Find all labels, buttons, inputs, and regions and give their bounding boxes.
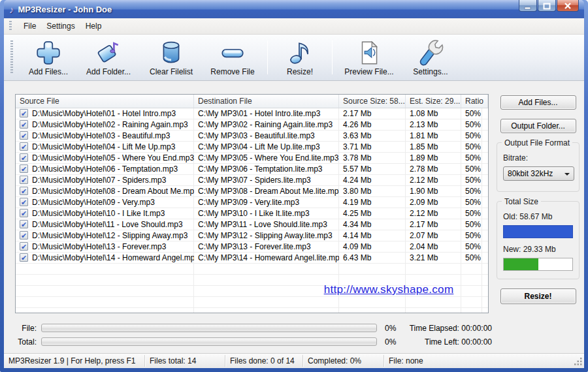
row-checkbox[interactable] bbox=[20, 242, 28, 251]
file-list-header: Source File Destination File Source Size… bbox=[16, 95, 488, 108]
row-checkbox[interactable] bbox=[20, 198, 28, 206]
toolbar-add-folder-button[interactable]: Add Folder... bbox=[77, 38, 140, 76]
menu-gripper-handle[interactable] bbox=[9, 21, 12, 31]
est-size-text: 1.08 Mb bbox=[406, 108, 461, 119]
toolbar-add-files-button[interactable]: Add Files... bbox=[20, 38, 77, 76]
est-size-text: 1.81 Mb bbox=[406, 131, 461, 142]
resize-button[interactable]: Resize! bbox=[500, 288, 576, 304]
status-current-file: File: none bbox=[384, 355, 584, 367]
menu-file[interactable]: File bbox=[18, 20, 41, 33]
table-row[interactable]: D:\Music\Moby\Hotel\13 - Forever.mp3 C:\… bbox=[16, 241, 488, 253]
est-size-text: 1.85 Mb bbox=[406, 142, 461, 153]
table-row[interactable]: D:\Music\Moby\Hotel\01 - Hotel Intro.mp3… bbox=[16, 108, 488, 119]
destination-file-text: C:\My MP3\05 - Where You End.lite.mp3 bbox=[194, 153, 339, 164]
destination-file-text: C:\My MP3\07 - Spiders.lite.mp3 bbox=[194, 175, 339, 186]
add-files-plus-icon bbox=[34, 39, 63, 67]
table-row[interactable]: D:\Music\Moby\Hotel\14 - Homeward Angel.… bbox=[16, 253, 488, 264]
ratio-text: 50% bbox=[461, 241, 488, 253]
toolbar-remove-file-button[interactable]: Remove File bbox=[203, 38, 263, 76]
settings-wrench-icon bbox=[416, 39, 445, 67]
side-panel: Add Files... Output Folder... Output Fil… bbox=[495, 81, 581, 304]
new-size-bar-track bbox=[503, 258, 573, 271]
source-file-text: D:\Music\Moby\Hotel\04 - Lift Me Up.mp3 bbox=[32, 142, 175, 151]
total-size-title: Total Size bbox=[502, 197, 541, 206]
source-size-text: 2.17 Mb bbox=[339, 108, 406, 119]
toolbar-gripper-handle[interactable] bbox=[10, 40, 13, 74]
add-folder-note-icon bbox=[94, 39, 123, 67]
ratio-text: 50% bbox=[461, 153, 488, 164]
source-size-text: 4.09 Mb bbox=[339, 241, 406, 253]
source-size-text: 3.71 Mb bbox=[339, 142, 406, 153]
row-checkbox[interactable] bbox=[20, 109, 28, 117]
source-size-text: 4.34 Mb bbox=[339, 219, 406, 230]
source-size-text: 3.63 Mb bbox=[339, 131, 406, 142]
preview-file-speaker-icon bbox=[355, 39, 384, 67]
table-row[interactable]: D:\Music\Moby\Hotel\07 - Spiders.mp3 C:\… bbox=[16, 175, 488, 186]
row-checkbox[interactable] bbox=[20, 220, 28, 228]
add-files-button[interactable]: Add Files... bbox=[500, 95, 576, 110]
row-checkbox[interactable] bbox=[20, 164, 28, 173]
table-row[interactable]: D:\Music\Moby\Hotel\08 - Dream About Me.… bbox=[16, 186, 488, 197]
destination-file-text: C:\My MP3\09 - Very.lite.mp3 bbox=[194, 197, 339, 208]
row-checkbox[interactable] bbox=[20, 176, 28, 184]
toolbar-resize-button[interactable]: Resize! bbox=[272, 38, 327, 76]
source-size-text: 4.14 Mb bbox=[339, 230, 406, 241]
row-checkbox[interactable] bbox=[20, 131, 28, 140]
resize-grip-handle[interactable] bbox=[574, 358, 583, 366]
app-note-icon: ♪ bbox=[9, 4, 14, 15]
est-size-text: 2.13 Mb bbox=[406, 119, 461, 131]
table-row[interactable]: D:\Music\Moby\Hotel\05 - Where You End.m… bbox=[16, 153, 488, 164]
toolbar-clear-filelist-button[interactable]: Clear Filelist bbox=[140, 38, 203, 76]
output-file-format-title: Output File Format bbox=[502, 138, 572, 147]
column-header-ratio[interactable]: Ratio bbox=[461, 95, 488, 108]
row-checkbox[interactable] bbox=[20, 231, 28, 240]
source-size-text: 4.24 Mb bbox=[339, 175, 406, 186]
ratio-text: 50% bbox=[461, 119, 488, 131]
table-row[interactable]: D:\Music\Moby\Hotel\10 - I Like It.mp3 C… bbox=[16, 208, 488, 219]
source-file-text: D:\Music\Moby\Hotel\14 - Homeward Angel.… bbox=[32, 253, 194, 262]
column-header-source-file[interactable]: Source File bbox=[16, 95, 194, 108]
row-checkbox[interactable] bbox=[20, 209, 28, 217]
table-row[interactable]: D:\Music\Moby\Hotel\11 - Love Should.mp3… bbox=[16, 219, 488, 230]
title-bar[interactable]: ♪ MP3Resizer - John Doe bbox=[4, 0, 584, 18]
menu-settings[interactable]: Settings bbox=[41, 20, 80, 33]
old-size-bar bbox=[503, 225, 573, 238]
maximize-button[interactable] bbox=[538, 0, 556, 12]
column-header-est-size[interactable]: Est. Size: 29... bbox=[406, 95, 461, 108]
file-progress-percent: 0% bbox=[385, 324, 408, 333]
ratio-text: 50% bbox=[461, 197, 488, 208]
status-completed: Completed: 0% bbox=[303, 355, 384, 367]
row-checkbox[interactable] bbox=[20, 142, 28, 151]
close-button[interactable] bbox=[557, 0, 579, 12]
bitrate-select[interactable]: 80kbit 32kHz bbox=[503, 166, 574, 181]
ratio-text: 50% bbox=[461, 219, 488, 230]
toolbar-preview-file-button[interactable]: Preview File... bbox=[337, 38, 401, 76]
est-size-text: 2.12 Mb bbox=[406, 175, 461, 186]
est-size-text: 1.90 Mb bbox=[406, 186, 461, 197]
skyshape-link[interactable]: http://www.skyshape.com bbox=[302, 283, 476, 296]
row-checkbox[interactable] bbox=[20, 253, 28, 262]
row-checkbox[interactable] bbox=[20, 120, 28, 129]
minimize-button[interactable] bbox=[519, 0, 537, 12]
table-row[interactable]: D:\Music\Moby\Hotel\12 - Slipping Away.m… bbox=[16, 230, 488, 241]
menu-help[interactable]: Help bbox=[80, 20, 107, 33]
destination-file-text: C:\My MP3\01 - Hotel Intro.lite.mp3 bbox=[194, 108, 339, 119]
toolbar-settings-button[interactable]: Settings... bbox=[401, 38, 460, 76]
table-row[interactable]: D:\Music\Moby\Hotel\09 - Very.mp3 C:\My … bbox=[16, 197, 488, 208]
table-row[interactable]: D:\Music\Moby\Hotel\06 - Temptation.mp3 … bbox=[16, 164, 488, 175]
table-row[interactable]: D:\Music\Moby\Hotel\02 - Raining Again.m… bbox=[16, 119, 488, 131]
row-checkbox[interactable] bbox=[20, 187, 28, 195]
column-header-destination-file[interactable]: Destination File bbox=[194, 95, 339, 108]
row-checkbox[interactable] bbox=[20, 153, 28, 162]
output-folder-button[interactable]: Output Folder... bbox=[500, 119, 576, 133]
new-size-label: New: 29.33 Mb bbox=[503, 245, 573, 254]
column-header-source-size[interactable]: Source Size: 58... bbox=[339, 95, 406, 108]
table-row[interactable]: D:\Music\Moby\Hotel\04 - Lift Me Up.mp3 … bbox=[16, 142, 488, 153]
est-size-text: 2.17 Mb bbox=[406, 219, 461, 230]
destination-file-text: C:\My MP3\04 - Lift Me Up.lite.mp3 bbox=[194, 142, 339, 153]
destination-file-text: C:\My MP3\14 - Homeward Angel.lite.mp3 bbox=[194, 253, 339, 264]
table-row[interactable]: D:\Music\Moby\Hotel\03 - Beautiful.mp3 C… bbox=[16, 131, 488, 142]
toolbar-separator bbox=[332, 40, 333, 74]
bitrate-label: Bitrate: bbox=[503, 153, 573, 163]
status-files-done: Files done: 0 of 14 bbox=[225, 355, 303, 367]
